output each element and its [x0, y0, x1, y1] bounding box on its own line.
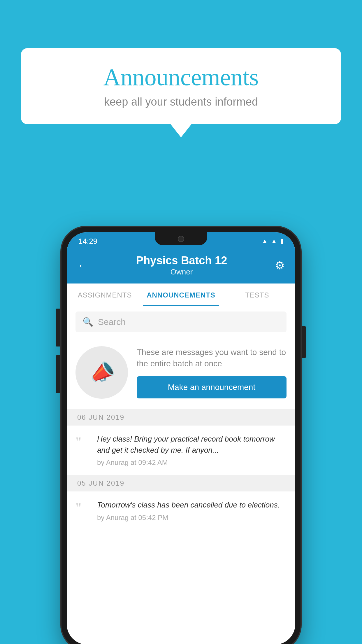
announcement-text-1: Hey class! Bring your practical record b…	[97, 434, 287, 456]
promo-icon-circle: 📣	[75, 346, 128, 399]
phone-inner: 14:29 ▲ ▲ ▮ ← Physics Batch 12 Owner ⚙ A…	[67, 232, 295, 644]
phone-frame: 14:29 ▲ ▲ ▮ ← Physics Batch 12 Owner ⚙ A…	[61, 227, 301, 644]
front-camera	[178, 236, 184, 242]
promo-section: 📣 These are messages you want to send to…	[67, 337, 295, 409]
quote-icon-1: "	[75, 435, 90, 449]
battery-icon: ▮	[280, 237, 284, 245]
header-title: Physics Batch 12	[88, 254, 275, 267]
date-label-1: 06 JUN 2019	[77, 413, 124, 421]
phone-notch	[155, 232, 207, 245]
announcement-content-2: Tomorrow's class has been cancelled due …	[97, 500, 287, 522]
tab-announcements[interactable]: ANNOUNCEMENTS	[143, 284, 219, 306]
tab-tests[interactable]: TESTS	[219, 284, 295, 306]
speech-bubble: Announcements keep all your students inf…	[21, 48, 341, 124]
status-time: 14:29	[78, 237, 97, 246]
back-button[interactable]: ←	[77, 259, 88, 272]
speech-bubble-subtitle: keep all your students informed	[38, 96, 324, 108]
announcement-item-1[interactable]: " Hey class! Bring your practical record…	[67, 426, 295, 475]
search-bar[interactable]: 🔍 Search	[75, 312, 287, 332]
announcement-meta-1: by Anurag at 09:42 AM	[97, 459, 287, 467]
settings-icon[interactable]: ⚙	[275, 259, 285, 272]
megaphone-icon: 📣	[86, 358, 117, 387]
status-icons: ▲ ▲ ▮	[261, 237, 284, 245]
announcement-content-1: Hey class! Bring your practical record b…	[97, 434, 287, 467]
announcement-meta-2: by Anurag at 05:42 PM	[97, 514, 287, 522]
wifi-icon: ▲	[261, 237, 268, 245]
promo-description: These are messages you want to send to t…	[137, 346, 287, 369]
app-header: ← Physics Batch 12 Owner ⚙	[67, 249, 295, 284]
header-title-area: Physics Batch 12 Owner	[88, 254, 275, 276]
speech-bubble-container: Announcements keep all your students inf…	[21, 48, 341, 124]
quote-icon-2: "	[75, 501, 90, 515]
announcement-text-2: Tomorrow's class has been cancelled due …	[97, 500, 287, 511]
search-container: 🔍 Search	[67, 306, 295, 337]
promo-content: These are messages you want to send to t…	[137, 346, 287, 398]
tab-assignments[interactable]: ASSIGNMENTS	[67, 284, 143, 306]
date-label-2: 05 JUN 2019	[77, 479, 124, 487]
search-icon: 🔍	[82, 317, 93, 327]
date-separator-2: 05 JUN 2019	[67, 475, 295, 491]
search-placeholder: Search	[98, 317, 126, 327]
make-announcement-button[interactable]: Make an announcement	[137, 376, 287, 398]
tabs-bar: ASSIGNMENTS ANNOUNCEMENTS TESTS	[67, 284, 295, 306]
header-subtitle: Owner	[88, 267, 275, 276]
announcement-item-2[interactable]: " Tomorrow's class has been cancelled du…	[67, 491, 295, 530]
signal-icon: ▲	[271, 237, 277, 245]
speech-bubble-title: Announcements	[38, 64, 324, 90]
date-separator-1: 06 JUN 2019	[67, 409, 295, 426]
